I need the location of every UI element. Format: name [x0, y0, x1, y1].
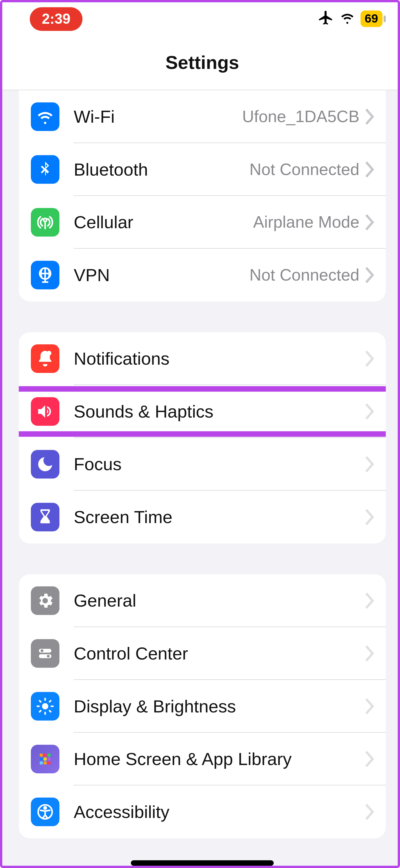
row-cellular[interactable]: Cellular Airplane Mode — [19, 196, 386, 249]
chevron-right-icon — [365, 509, 375, 525]
wifi-status-icon — [339, 10, 355, 28]
row-sounds-haptics[interactable]: Sounds & Haptics — [19, 385, 386, 438]
status-bar: 2:39 69 — [2, 2, 400, 35]
svg-rect-14 — [44, 761, 47, 765]
row-home-screen[interactable]: Home Screen & App Library — [19, 733, 386, 786]
row-label: Bluetooth — [74, 159, 148, 180]
row-label: Control Center — [74, 643, 188, 663]
accessibility-icon — [31, 798, 60, 826]
row-label: Sounds & Haptics — [74, 401, 213, 422]
chevron-right-icon — [365, 350, 375, 367]
chevron-right-icon — [365, 267, 375, 283]
row-label: Accessibility — [74, 802, 169, 822]
svg-point-6 — [42, 703, 48, 710]
row-label: Home Screen & App Library — [74, 749, 292, 769]
settings-group-alerts: Notifications Sounds & Haptics — [19, 332, 386, 544]
chevron-right-icon — [365, 403, 375, 420]
row-notifications[interactable]: Notifications — [19, 332, 386, 385]
row-detail: Ufone_1DA5CB — [242, 107, 360, 126]
settings-content: Wi-Fi Ufone_1DA5CB Bluetooth Not Connect… — [2, 90, 400, 868]
notifications-icon — [31, 344, 60, 373]
row-vpn[interactable]: VPN Not Connected — [19, 249, 386, 302]
row-detail: Not Connected — [249, 160, 360, 179]
display-icon — [31, 692, 60, 720]
home-indicator — [131, 860, 274, 866]
settings-group-connectivity: Wi-Fi Ufone_1DA5CB Bluetooth Not Connect… — [19, 90, 386, 302]
chevron-right-icon — [365, 456, 375, 472]
row-label: VPN — [74, 265, 110, 285]
row-general[interactable]: General — [19, 574, 386, 627]
bluetooth-icon — [31, 155, 60, 184]
screen-time-icon — [31, 503, 60, 531]
settings-group-system: General Control Center — [19, 574, 386, 838]
nav-bar: Settings — [2, 35, 400, 90]
svg-rect-13 — [40, 761, 43, 765]
svg-rect-15 — [47, 761, 51, 765]
sounds-icon — [31, 397, 60, 426]
svg-rect-10 — [40, 757, 43, 761]
svg-rect-7 — [40, 753, 43, 757]
vpn-icon — [31, 261, 60, 289]
row-label: Display & Brightness — [74, 696, 236, 716]
battery-indicator: 69 — [360, 10, 386, 27]
svg-rect-11 — [44, 757, 47, 761]
battery-level: 69 — [365, 12, 378, 26]
row-control-center[interactable]: Control Center — [19, 627, 386, 680]
row-wifi[interactable]: Wi-Fi Ufone_1DA5CB — [19, 90, 386, 143]
control-center-icon — [31, 639, 60, 668]
row-label: Cellular — [74, 212, 133, 232]
svg-point-4 — [40, 649, 43, 652]
status-time-pill: 2:39 — [30, 7, 82, 31]
svg-rect-12 — [47, 757, 51, 761]
svg-rect-8 — [44, 753, 47, 757]
chevron-right-icon — [365, 698, 375, 715]
chevron-right-icon — [365, 751, 375, 767]
chevron-right-icon — [365, 645, 375, 662]
chevron-right-icon — [365, 592, 375, 609]
row-label: Focus — [74, 454, 122, 474]
general-icon — [31, 586, 60, 615]
chevron-right-icon — [365, 804, 375, 820]
row-label: Notifications — [74, 349, 169, 369]
chevron-right-icon — [365, 108, 375, 125]
svg-point-1 — [46, 351, 51, 355]
status-time: 2:39 — [42, 10, 70, 27]
focus-icon — [31, 450, 60, 478]
row-focus[interactable]: Focus — [19, 438, 386, 491]
row-label: Wi-Fi — [74, 106, 115, 127]
scroll-indicator — [398, 96, 400, 283]
home-screen-icon — [31, 745, 60, 773]
page-title: Settings — [165, 52, 239, 73]
airplane-icon — [318, 9, 334, 28]
row-label: Screen Time — [74, 507, 172, 527]
chevron-right-icon — [365, 161, 375, 178]
wifi-icon — [31, 102, 60, 131]
row-label: General — [74, 591, 136, 611]
row-screen-time[interactable]: Screen Time — [19, 491, 386, 544]
row-accessibility[interactable]: Accessibility — [19, 785, 386, 838]
svg-point-17 — [44, 807, 46, 809]
svg-rect-9 — [47, 753, 51, 757]
cellular-icon — [31, 208, 60, 237]
row-detail: Airplane Mode — [253, 213, 360, 231]
chevron-right-icon — [365, 214, 375, 230]
row-display-brightness[interactable]: Display & Brightness — [19, 680, 386, 733]
row-bluetooth[interactable]: Bluetooth Not Connected — [19, 143, 386, 196]
row-detail: Not Connected — [249, 266, 360, 284]
svg-point-5 — [47, 655, 50, 657]
